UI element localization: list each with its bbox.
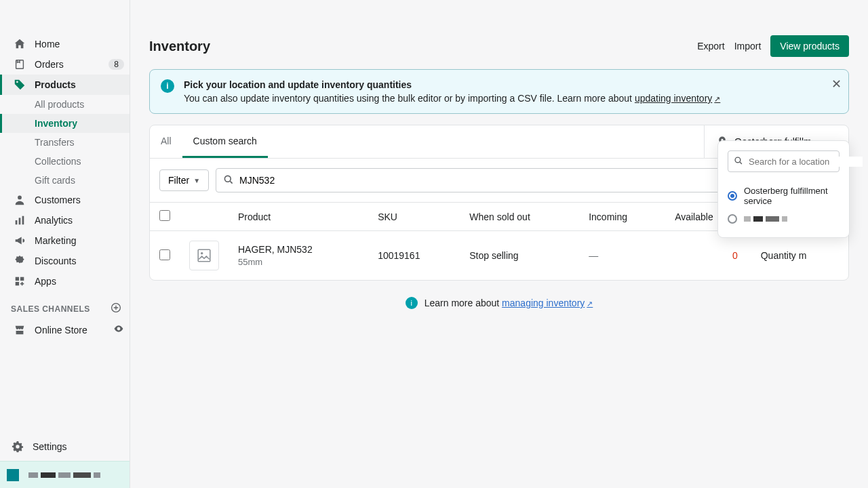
external-icon: ↗ [714,95,720,103]
sidebar: Home Orders 8 Products All products Inve… [0,0,130,488]
edit-qty-label: Quantity m [761,250,807,261]
orders-badge: 8 [108,59,124,70]
taskbar-redacted [28,472,100,478]
info-banner: i Pick your location and update inventor… [149,69,849,114]
banner-close-button[interactable]: ✕ [831,77,842,92]
svg-rect-2 [16,220,18,224]
svg-rect-8 [20,277,24,281]
taskbar-app-icon [7,469,19,481]
sidebar-item-orders[interactable]: Orders 8 [0,54,130,75]
location-option[interactable]: Oosterberg fulfillment service [728,182,840,210]
filter-button-label: Filter [168,175,189,186]
search-input-wrap[interactable] [216,168,762,192]
orders-icon [13,58,26,70]
subnav-transfers[interactable]: Transfers [0,133,130,152]
home-icon [13,38,26,50]
products-icon [13,79,26,91]
sidebar-item-label: Apps [35,276,56,287]
settings-label: Settings [33,441,67,452]
sidebar-item-label: Customers [35,195,81,205]
sidebar-item-products[interactable]: Products [0,75,130,95]
chevron-down-icon: ▼ [193,177,200,184]
inventory-card: All Custom search Oosterberg fulfillment… [149,125,849,281]
export-button[interactable]: Export [697,41,724,52]
col-checkbox [150,203,180,231]
col-product: Product [229,203,368,231]
search-icon [734,156,743,167]
analytics-icon [13,214,26,226]
location-search-input[interactable] [749,157,863,167]
radio-selected [728,191,737,201]
sidebar-item-discounts[interactable]: Discounts [0,251,130,271]
select-all-checkbox[interactable] [159,210,170,221]
col-sku: SKU [368,203,460,231]
svg-rect-3 [19,218,21,224]
main-nav: Home Orders 8 Products All products Inve… [0,26,130,436]
subnav-all-products[interactable]: All products [0,95,130,114]
sidebar-item-marketing[interactable]: Marketing [0,230,130,251]
sidebar-item-label: Orders [35,59,64,70]
available-cell: 0 [665,231,751,281]
when-sold-out-cell: Stop selling [460,231,579,281]
tab-all[interactable]: All [150,126,182,158]
sidebar-item-analytics[interactable]: Analytics [0,210,130,230]
import-button[interactable]: Import [734,41,762,52]
filter-button[interactable]: Filter ▼ [159,169,209,191]
sidebar-item-label: Discounts [35,256,76,266]
sidebar-item-label: Analytics [35,215,73,226]
svg-rect-9 [16,282,19,285]
svg-rect-12 [198,249,210,262]
add-channel-icon[interactable] [111,302,121,315]
subnav-inventory[interactable]: Inventory [0,114,130,133]
discounts-icon [13,255,26,267]
subnav-collections[interactable]: Collections [0,152,130,171]
sidebar-item-online-store[interactable]: Online Store [0,319,130,340]
view-products-button[interactable]: View products [770,35,849,57]
location-popover: Oosterberg fulfillment service [717,140,850,238]
svg-point-5 [18,258,19,260]
products-subnav: All products Inventory Transfers Collect… [0,95,130,190]
page-title: Inventory [149,39,210,54]
sidebar-item-home[interactable]: Home [0,34,130,54]
sidebar-item-apps[interactable]: Apps [0,271,130,291]
location-option-label: Oosterberg fulfillment service [744,186,840,206]
svg-rect-4 [22,216,24,225]
subnav-gift-cards[interactable]: Gift cards [0,171,130,190]
product-thumbnail [189,241,219,270]
external-icon: ↗ [587,300,593,308]
sidebar-item-customers[interactable]: Customers [0,190,130,210]
search-input[interactable] [239,175,754,186]
banner-link[interactable]: updating inventory↗ [635,93,720,104]
location-option[interactable] [728,210,840,228]
marketing-icon [13,235,26,247]
store-icon [13,324,26,336]
customers-icon [13,194,26,206]
gear-icon [11,441,24,453]
sidebar-item-label: Home [35,39,60,49]
tab-custom-search[interactable]: Custom search [182,126,268,158]
banner-title: Pick your location and update inventory … [184,79,720,90]
sku-cell: 10019161 [368,231,460,281]
svg-point-1 [18,196,22,200]
section-heading-label: SALES CHANNELS [11,304,90,314]
svg-rect-7 [16,277,19,281]
eye-icon[interactable] [113,323,124,336]
svg-point-11 [224,176,231,182]
page-actions: Export Import View products [697,35,849,57]
location-option-redacted [744,216,787,222]
info-icon: i [161,79,174,93]
page-header: Inventory Export Import View products [149,35,849,57]
table-row[interactable]: HAGER, MJN532 55mm 10019161 Stop selling… [150,231,848,281]
sidebar-item-label: Marketing [35,235,76,246]
product-cell[interactable]: HAGER, MJN532 55mm [229,231,368,281]
sidebar-item-settings[interactable]: Settings [0,436,130,457]
col-thumb [180,203,229,231]
row-checkbox[interactable] [159,249,170,260]
taskbar[interactable] [0,461,130,488]
footer-help: i Learn more about managing inventory↗ [149,281,849,325]
location-search-wrap[interactable] [728,150,840,172]
svg-point-6 [20,262,22,263]
footer-link[interactable]: managing inventory↗ [502,298,593,308]
col-when-sold-out: When sold out [460,203,579,231]
banner-body-text: You can also update inventory quantities… [184,93,635,104]
